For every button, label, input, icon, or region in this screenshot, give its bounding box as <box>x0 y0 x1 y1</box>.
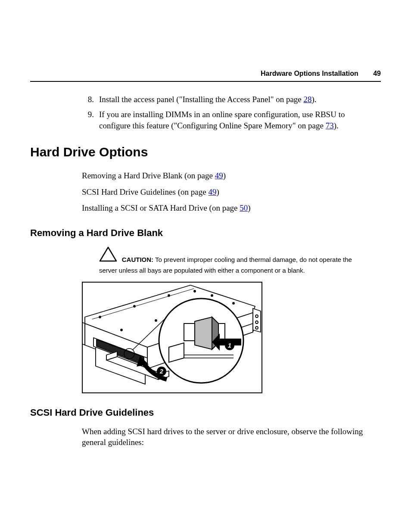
continued-steps: 8. Install the access panel ("Installing… <box>82 94 368 131</box>
figure-callout-2: 2 <box>157 367 166 376</box>
document-page: Hardware Options Installation 49 8. Inst… <box>0 0 411 532</box>
step-number: 9. <box>82 109 99 131</box>
svg-point-13 <box>255 327 258 329</box>
caution-and-figure: CAUTION: To prevent improper cooling and… <box>82 246 368 393</box>
header-title: Hardware Options Installation <box>261 70 358 77</box>
scsi-guidelines-body: When adding SCSI hard drives to the serv… <box>82 426 368 448</box>
step-9: 9. If you are installing DIMMs in an onl… <box>82 109 368 131</box>
svg-point-11 <box>255 315 258 317</box>
running-header: Hardware Options Installation 49 <box>30 26 381 82</box>
step-text: Install the access panel ("Installing th… <box>99 94 317 105</box>
page-link-73[interactable]: 73 <box>326 121 334 130</box>
page-link-49a[interactable]: 49 <box>215 171 223 180</box>
svg-point-5 <box>194 290 196 292</box>
step-pre: If you are installing DIMMs in an online… <box>99 110 345 130</box>
step-text: If you are installing DIMMs in an online… <box>99 109 368 131</box>
toc-pre: Removing a Hard Drive Blank (on page <box>82 171 215 180</box>
page-link-49b[interactable]: 49 <box>208 187 216 196</box>
svg-point-8 <box>121 329 122 331</box>
hard-drive-blank-figure: 1 2 <box>82 282 262 393</box>
figure-callout-1: 1 <box>225 341 234 350</box>
step-post: ). <box>334 121 339 130</box>
svg-point-12 <box>255 321 258 324</box>
subsection-heading-scsi-guidelines: SCSI Hard Drive Guidelines <box>30 406 381 419</box>
step-8: 8. Install the access panel ("Installing… <box>82 94 368 105</box>
toc-post: ) <box>216 187 219 196</box>
step-number: 8. <box>82 94 99 105</box>
svg-point-6 <box>211 295 213 296</box>
section-toc: Removing a Hard Drive Blank (on page 49)… <box>82 170 368 214</box>
toc-pre: Installing a SCSI or SATA Hard Drive (on… <box>82 203 240 212</box>
toc-post: ) <box>248 203 250 212</box>
caution-label: CAUTION: <box>122 256 153 263</box>
toc-entry: Installing a SCSI or SATA Hard Drive (on… <box>82 202 368 214</box>
toc-pre: SCSI Hard Drive Guidelines (on page <box>82 187 208 196</box>
svg-point-9 <box>155 320 157 321</box>
subsection-heading-removing-blank: Removing a Hard Drive Blank <box>30 227 381 240</box>
svg-point-4 <box>168 295 170 296</box>
toc-post: ) <box>223 171 226 180</box>
caution-block: CAUTION: To prevent improper cooling and… <box>99 246 355 276</box>
toc-entry: SCSI Hard Drive Guidelines (on page 49) <box>82 187 368 198</box>
caution-triangle-icon <box>99 246 117 265</box>
svg-point-3 <box>134 305 135 307</box>
caution-text: CAUTION: To prevent improper cooling and… <box>99 256 352 274</box>
svg-point-2 <box>99 316 101 318</box>
step-pre: Install the access panel ("Installing th… <box>99 95 304 104</box>
header-page-number: 49 <box>373 70 381 77</box>
section-heading-hard-drive-options: Hard Drive Options <box>30 143 381 161</box>
step-post: ). <box>312 95 317 104</box>
page-link-28[interactable]: 28 <box>304 95 312 104</box>
toc-entry: Removing a Hard Drive Blank (on page 49) <box>82 170 368 181</box>
svg-point-7 <box>233 302 234 304</box>
page-link-50[interactable]: 50 <box>240 203 248 212</box>
body-paragraph: When adding SCSI hard drives to the serv… <box>82 426 368 448</box>
